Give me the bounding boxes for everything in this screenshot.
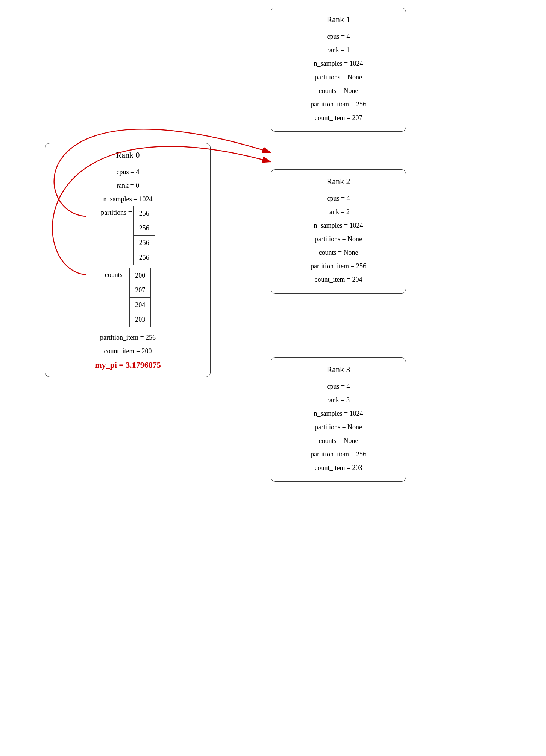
rank3-cpus: cpus = 4 bbox=[282, 380, 395, 393]
rank3-partitions: partitions = None bbox=[282, 420, 395, 434]
rank1-cpus: cpus = 4 bbox=[282, 30, 395, 43]
rank1-box: Rank 1 cpus = 4 rank = 1 n_samples = 102… bbox=[271, 8, 406, 132]
rank2-n-samples: n_samples = 1024 bbox=[282, 219, 395, 232]
rank3-count-item: count_item = 203 bbox=[282, 461, 395, 475]
rank1-counts: counts = None bbox=[282, 84, 395, 97]
rank3-n-samples: n_samples = 1024 bbox=[282, 407, 395, 420]
rank0-cpus: cpus = 4 bbox=[56, 165, 200, 179]
rank3-box: Rank 3 cpus = 4 rank = 3 n_samples = 102… bbox=[271, 357, 406, 482]
rank2-box: Rank 2 cpus = 4 rank = 2 n_samples = 102… bbox=[271, 169, 406, 294]
rank0-partition-item: partition_item = 256 bbox=[56, 331, 200, 344]
rank1-partition-item: partition_item = 256 bbox=[282, 97, 395, 111]
rank2-partition-item: partition_item = 256 bbox=[282, 259, 395, 273]
rank2-counts: counts = None bbox=[282, 246, 395, 259]
rank0-my-pi: my_pi = 3.1796875 bbox=[56, 360, 200, 370]
rank0-n-samples: n_samples = 1024 bbox=[56, 192, 200, 206]
rank1-rank: rank = 1 bbox=[282, 43, 395, 57]
rank0-count-val-3: 203 bbox=[130, 312, 150, 327]
rank0-counts-row: counts = 200 207 204 203 bbox=[56, 268, 200, 327]
rank0-partitions-row: partitions = 256 256 256 256 bbox=[56, 206, 200, 265]
rank3-title: Rank 3 bbox=[282, 365, 395, 374]
rank0-partitions-array: 256 256 256 256 bbox=[133, 206, 155, 265]
rank2-cpus: cpus = 4 bbox=[282, 192, 395, 205]
rank0-partitions-label: partitions = bbox=[101, 206, 132, 219]
rank1-partitions: partitions = None bbox=[282, 70, 395, 84]
rank2-partitions: partitions = None bbox=[282, 232, 395, 246]
rank0-count-val-0: 200 bbox=[130, 268, 150, 283]
rank0-counts-array: 200 207 204 203 bbox=[129, 268, 151, 327]
rank0-partition-val-2: 256 bbox=[134, 236, 155, 250]
rank0-partition-val-3: 256 bbox=[134, 250, 155, 265]
rank2-count-item: count_item = 204 bbox=[282, 273, 395, 286]
rank3-counts: counts = None bbox=[282, 434, 395, 447]
rank0-title: Rank 0 bbox=[56, 150, 200, 160]
rank0-counts-label: counts = bbox=[105, 268, 128, 281]
rank0-partition-val-1: 256 bbox=[134, 221, 155, 236]
rank0-rank: rank = 0 bbox=[56, 179, 200, 192]
rank3-partition-item: partition_item = 256 bbox=[282, 447, 395, 461]
rank0-count-val-2: 204 bbox=[130, 298, 150, 312]
rank1-n-samples: n_samples = 1024 bbox=[282, 57, 395, 70]
rank1-count-item: count_item = 207 bbox=[282, 111, 395, 125]
rank0-partition-val-0: 256 bbox=[134, 206, 155, 221]
rank3-rank: rank = 3 bbox=[282, 393, 395, 407]
rank1-title: Rank 1 bbox=[282, 15, 395, 24]
rank2-rank: rank = 2 bbox=[282, 205, 395, 219]
rank0-count-val-1: 207 bbox=[130, 283, 150, 298]
rank0-box: Rank 0 cpus = 4 rank = 0 n_samples = 102… bbox=[45, 143, 211, 377]
rank0-count-item: count_item = 200 bbox=[56, 344, 200, 358]
rank2-title: Rank 2 bbox=[282, 176, 395, 186]
